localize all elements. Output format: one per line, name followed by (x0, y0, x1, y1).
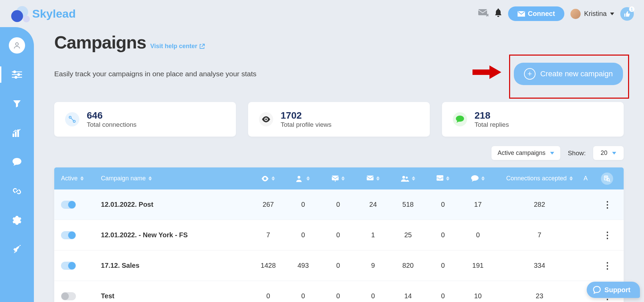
campaign-name: Test (101, 292, 115, 300)
th-col6[interactable] (425, 175, 460, 182)
th-col3[interactable] (321, 176, 356, 182)
cell-connections-accepted: 7 (496, 231, 584, 239)
header-right: Connect Kristina (478, 6, 634, 21)
cell: 25 (390, 231, 425, 239)
logo-area[interactable]: Skylead (10, 6, 76, 21)
table-row[interactable]: 12.01.2022. Post2670024518017282⋮ (54, 189, 624, 220)
cell: 0 (286, 201, 321, 208)
external-link-icon (199, 44, 205, 49)
annotation-arrow (472, 65, 503, 79)
row-actions-menu[interactable]: ⋮ (603, 264, 611, 267)
active-toggle[interactable] (61, 201, 76, 209)
table-header: Active Campaign name (54, 167, 624, 189)
page-size-dropdown[interactable]: 20 (593, 146, 624, 160)
sort-icon (446, 176, 449, 181)
chat-icon (471, 175, 479, 182)
plus-icon: + (524, 68, 536, 80)
svg-point-7 (15, 76, 17, 78)
filter-row: Active campaigns Show: 20 (54, 146, 624, 160)
help-center-link[interactable]: Visit help center (150, 43, 205, 50)
create-campaign-button[interactable]: + Create new campaign (514, 63, 623, 85)
th-col2[interactable] (286, 175, 321, 182)
sidebar-item-link[interactable] (9, 183, 25, 199)
stat-label: Total profile views (281, 121, 331, 128)
sidebar-item-rocket[interactable] (9, 241, 25, 258)
sort-icon (376, 176, 380, 181)
cell: 0 (425, 201, 460, 208)
campaign-name: 12.01.2022. Post (101, 201, 154, 208)
eye-icon (261, 176, 269, 181)
subtitle-row: Easily track your campaigns in one place… (54, 62, 624, 86)
connect-button[interactable]: Connect (508, 6, 564, 21)
bell-icon[interactable] (495, 8, 502, 19)
th-search[interactable] (597, 173, 617, 185)
svg-rect-9 (15, 132, 17, 137)
th-connections-accepted[interactable]: Connections accepted (496, 175, 584, 182)
status-filter-dropdown[interactable]: Active campaigns (491, 146, 560, 160)
th-col7[interactable] (460, 175, 495, 182)
sidebar-item-analytics[interactable] (9, 125, 25, 141)
thumb-badge[interactable] (620, 7, 634, 21)
sidebar-item-chat[interactable] (9, 154, 25, 170)
cell: 1428 (251, 262, 286, 269)
active-toggle[interactable] (61, 292, 76, 300)
user-avatar (570, 9, 581, 19)
user-menu[interactable]: Kristina (570, 9, 614, 19)
svg-point-1 (16, 43, 18, 45)
sidebar (0, 27, 34, 302)
sidebar-item-funnel[interactable] (9, 96, 25, 112)
stat-value: 218 (475, 110, 509, 121)
stat-value: 646 (87, 110, 137, 121)
cell: 0 (321, 201, 356, 208)
inbox-icon (437, 175, 443, 182)
brand-name: Skylead (32, 7, 76, 20)
cell: 24 (356, 201, 390, 208)
cell: 7 (251, 231, 286, 239)
table-row[interactable]: Test00001401023⋮ (54, 281, 624, 302)
sort-icon (306, 176, 310, 181)
campaigns-table: Active Campaign name (54, 167, 624, 302)
chevron-down-icon (550, 152, 554, 155)
cell: 17 (460, 201, 495, 208)
svg-rect-8 (13, 134, 14, 137)
support-button[interactable]: Support (587, 282, 640, 298)
th-col5[interactable] (390, 176, 425, 182)
cell: 0 (251, 292, 286, 300)
chevron-down-icon (612, 152, 616, 155)
stats-row: 646 Total connections 1702 Total profile… (54, 102, 624, 137)
cell: 0 (356, 292, 390, 300)
sort-icon (148, 176, 152, 181)
cell: 1 (356, 231, 390, 239)
sort-icon (481, 176, 485, 181)
cell: 9 (356, 262, 390, 269)
row-actions-menu[interactable]: ⋮ (603, 234, 611, 237)
th-col4[interactable] (356, 176, 390, 182)
cell: 0 (321, 292, 356, 300)
table-body: 12.01.2022. Post2670024518017282⋮12.01.2… (54, 189, 624, 302)
row-actions-menu[interactable]: ⋮ (603, 203, 611, 206)
active-toggle[interactable] (61, 262, 76, 270)
th-campaign-name[interactable]: Campaign name (101, 175, 251, 182)
th-views[interactable] (251, 176, 286, 181)
svg-point-17 (402, 176, 405, 179)
show-label: Show: (568, 149, 586, 157)
table-row[interactable]: 17.12. Sales1428493098200191334⋮ (54, 250, 624, 281)
th-active[interactable]: Active (61, 175, 101, 182)
sidebar-item-profile[interactable] (9, 37, 25, 54)
cell: 0 (460, 231, 495, 239)
svg-point-14 (298, 176, 300, 179)
th-partial[interactable]: A (584, 175, 597, 182)
cell: 0 (321, 231, 356, 239)
active-toggle[interactable] (61, 231, 76, 239)
sidebar-item-filters[interactable] (9, 66, 25, 83)
table-row[interactable]: 12.01.2022. - New York - FS700125007⋮ (54, 220, 624, 250)
person-add-icon (296, 175, 304, 182)
connect-label: Connect (528, 10, 555, 18)
chat-icon (453, 112, 467, 126)
main-content: Campaigns Visit help center Easily track… (34, 27, 644, 302)
cell-connections-accepted: 282 (496, 201, 584, 208)
sidebar-item-settings[interactable] (9, 212, 25, 228)
cell: 0 (425, 262, 460, 269)
cell: 493 (286, 262, 321, 269)
mail-icon[interactable] (478, 8, 488, 19)
